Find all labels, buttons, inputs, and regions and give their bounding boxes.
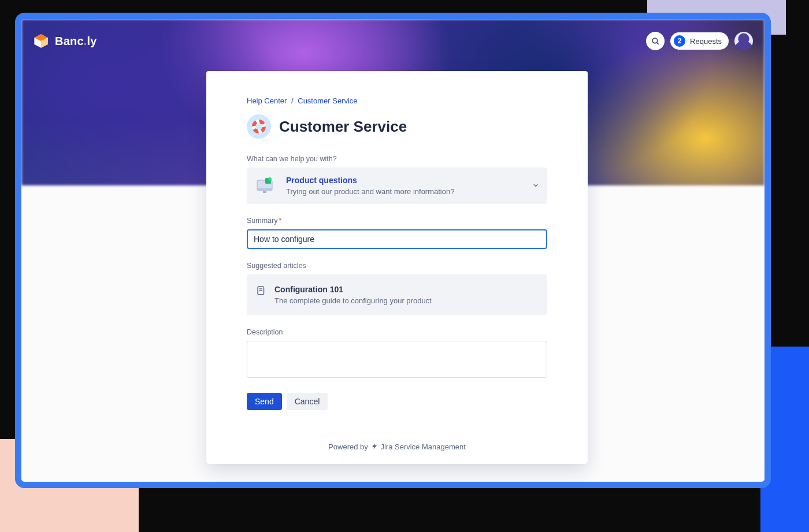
article-icon <box>256 285 266 299</box>
monitor-icon <box>255 176 278 194</box>
summary-group: Summary* <box>247 217 547 249</box>
breadcrumb-root-link[interactable]: Help Center <box>247 96 287 105</box>
send-button[interactable]: Send <box>247 393 282 410</box>
requests-button[interactable]: 2 Requests <box>670 32 729 50</box>
breadcrumb: Help Center / Customer Service <box>247 96 547 105</box>
chevron-down-icon <box>532 181 539 191</box>
help-label: What can we help you with? <box>247 155 547 163</box>
brand-name: Banc.ly <box>55 35 97 48</box>
breadcrumb-separator: / <box>291 96 294 105</box>
page-header: Customer Service <box>247 114 547 139</box>
article-title: Configuration 101 <box>274 285 432 294</box>
bolt-icon <box>371 442 378 452</box>
search-button[interactable] <box>646 32 665 50</box>
lifebuoy-icon <box>247 114 271 139</box>
svg-rect-8 <box>257 188 272 191</box>
article-subtitle: The complete guide to configuring your p… <box>274 296 432 305</box>
summary-input[interactable] <box>247 229 547 249</box>
description-group: Description <box>247 328 547 380</box>
description-input[interactable] <box>247 341 547 378</box>
brand-mark-icon <box>33 33 49 49</box>
suggested-label: Suggested articles <box>247 262 547 270</box>
summary-label: Summary* <box>247 217 547 225</box>
request-type-group: What can we help you with? Product quest… <box>247 155 547 204</box>
svg-point-6 <box>256 124 262 130</box>
search-icon <box>651 36 660 46</box>
svg-rect-9 <box>263 191 266 193</box>
app-window: Banc.ly 2 Requests Help Center / Custome… <box>15 13 771 488</box>
suggested-articles-group: Suggested articles Configuration 101 The… <box>247 262 547 315</box>
description-label: Description <box>247 328 547 336</box>
request-type-subtitle: Trying out our product and want more inf… <box>286 187 454 196</box>
request-type-select[interactable]: Product questions Trying out our product… <box>247 168 547 204</box>
top-right-controls: 2 Requests <box>646 32 753 50</box>
top-bar: Banc.ly 2 Requests <box>33 29 753 53</box>
suggested-article[interactable]: Configuration 101 The complete guide to … <box>247 274 547 315</box>
svg-line-4 <box>657 43 659 44</box>
avatar-button[interactable] <box>734 32 753 50</box>
powered-by: Powered by Jira Service Management <box>206 442 588 452</box>
requests-label: Requests <box>690 37 722 46</box>
page-title: Customer Service <box>279 118 407 136</box>
cancel-button[interactable]: Cancel <box>287 393 328 410</box>
form-actions: Send Cancel <box>247 393 547 410</box>
request-type-title: Product questions <box>286 176 454 185</box>
request-panel: Help Center / Customer Service Customer … <box>206 71 588 464</box>
brand-logo[interactable]: Banc.ly <box>33 33 97 49</box>
breadcrumb-current-link[interactable]: Customer Service <box>298 96 357 105</box>
requests-count-badge: 2 <box>674 35 685 47</box>
svg-point-11 <box>268 177 272 181</box>
